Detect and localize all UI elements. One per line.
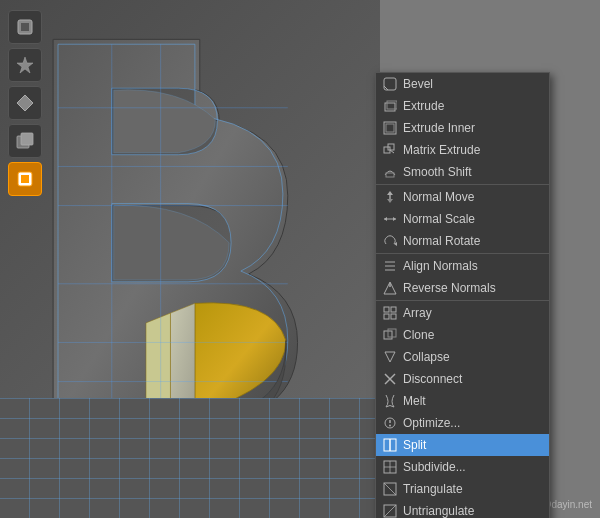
menu-item-split[interactable]: Split bbox=[376, 434, 549, 456]
toolbar-btn-3[interactable] bbox=[8, 86, 42, 120]
menu-item-matrix-extrude[interactable]: Matrix Extrude bbox=[376, 139, 549, 161]
menu-item-normal-scale[interactable]: Normal Scale bbox=[376, 208, 549, 230]
svg-rect-37 bbox=[384, 307, 389, 312]
svg-marker-27 bbox=[387, 195, 393, 203]
menu-label-split: Split bbox=[403, 439, 426, 451]
menu-item-reverse-normals[interactable]: Reverse Normals bbox=[376, 277, 549, 299]
menu-icon-matrix-extrude bbox=[382, 142, 398, 158]
svg-rect-40 bbox=[391, 314, 396, 319]
menu-label-normal-scale: Normal Scale bbox=[403, 213, 475, 225]
svg-marker-43 bbox=[385, 352, 395, 362]
separator-3 bbox=[376, 300, 549, 301]
svg-line-57 bbox=[384, 505, 396, 517]
left-toolbar bbox=[8, 10, 44, 196]
menu-label-clone: Clone bbox=[403, 329, 434, 341]
menu-item-smooth-shift[interactable]: Smooth Shift bbox=[376, 161, 549, 183]
menu-item-bevel[interactable]: Bevel bbox=[376, 73, 549, 95]
menu-item-collapse[interactable]: Collapse bbox=[376, 346, 549, 368]
menu-item-extrude[interactable]: Extrude bbox=[376, 95, 549, 117]
svg-point-48 bbox=[389, 425, 391, 427]
menu-item-optimize[interactable]: Optimize... bbox=[376, 412, 549, 434]
menu-icon-align-normals bbox=[382, 258, 398, 274]
menu-item-extrude-inner[interactable]: Extrude Inner bbox=[376, 117, 549, 139]
menu-label-untriangulate: Untriangulate bbox=[403, 505, 474, 517]
separator-2 bbox=[376, 253, 549, 254]
menu-item-align-normals[interactable]: Align Normals bbox=[376, 255, 549, 277]
menu-label-array: Array bbox=[403, 307, 432, 319]
menu-icon-optimize bbox=[382, 415, 398, 431]
menu-label-align-normals: Align Normals bbox=[403, 260, 478, 272]
menu-item-subdivide[interactable]: Subdivide... bbox=[376, 456, 549, 478]
menu-label-melt: Melt bbox=[403, 395, 426, 407]
svg-rect-39 bbox=[384, 314, 389, 319]
menu-icon-normal-move bbox=[382, 189, 398, 205]
menu-icon-array bbox=[382, 305, 398, 321]
menu-item-untriangulate[interactable]: Untriangulate bbox=[376, 500, 549, 518]
toolbar-btn-5[interactable] bbox=[8, 162, 42, 196]
menu-icon-melt bbox=[382, 393, 398, 409]
menu-label-optimize: Optimize... bbox=[403, 417, 460, 429]
svg-rect-15 bbox=[21, 175, 29, 183]
menu-icon-normal-rotate bbox=[382, 233, 398, 249]
menu-label-normal-move: Normal Move bbox=[403, 191, 474, 203]
menu-label-triangulate: Triangulate bbox=[403, 483, 463, 495]
menu-label-extrude: Extrude bbox=[403, 100, 444, 112]
menu-icon-smooth-shift bbox=[382, 164, 398, 180]
menu-item-normal-rotate[interactable]: Normal Rotate bbox=[376, 230, 549, 252]
menu-label-bevel: Bevel bbox=[403, 78, 433, 90]
svg-line-55 bbox=[384, 483, 396, 495]
svg-rect-38 bbox=[391, 307, 396, 312]
svg-rect-13 bbox=[21, 133, 33, 145]
menu-icon-subdivide bbox=[382, 459, 398, 475]
svg-marker-30 bbox=[393, 217, 396, 221]
menu-label-normal-rotate: Normal Rotate bbox=[403, 235, 480, 247]
toolbar-btn-2[interactable] bbox=[8, 48, 42, 82]
menu-icon-disconnect bbox=[382, 371, 398, 387]
menu-item-disconnect[interactable]: Disconnect bbox=[376, 368, 549, 390]
menu-icon-extrude-inner bbox=[382, 120, 398, 136]
menu-icon-triangulate bbox=[382, 481, 398, 497]
menu-label-subdivide: Subdivide... bbox=[403, 461, 466, 473]
menu-label-smooth-shift: Smooth Shift bbox=[403, 166, 472, 178]
menu-icon-extrude bbox=[382, 98, 398, 114]
svg-marker-10 bbox=[17, 57, 33, 73]
toolbar-btn-1[interactable] bbox=[8, 10, 42, 44]
menu-item-triangulate[interactable]: Triangulate bbox=[376, 478, 549, 500]
menu-label-matrix-extrude: Matrix Extrude bbox=[403, 144, 480, 156]
svg-rect-21 bbox=[386, 124, 394, 132]
menu-icon-normal-scale bbox=[382, 211, 398, 227]
menu-icon-reverse-normals bbox=[382, 280, 398, 296]
separator-1 bbox=[376, 184, 549, 185]
menu-label-reverse-normals: Reverse Normals bbox=[403, 282, 496, 294]
menu-icon-bevel bbox=[382, 76, 398, 92]
menu-icon-clone bbox=[382, 327, 398, 343]
context-menu: Bevel Extrude Extrude Inner Matrix Extru… bbox=[375, 72, 550, 518]
menu-item-array[interactable]: Array bbox=[376, 302, 549, 324]
menu-item-normal-move[interactable]: Normal Move bbox=[376, 186, 549, 208]
menu-icon-split bbox=[382, 437, 398, 453]
menu-label-collapse: Collapse bbox=[403, 351, 450, 363]
menu-icon-untriangulate bbox=[382, 503, 398, 518]
menu-item-clone[interactable]: Clone bbox=[376, 324, 549, 346]
svg-rect-25 bbox=[386, 173, 394, 177]
grid-floor bbox=[0, 398, 380, 518]
menu-label-extrude-inner: Extrude Inner bbox=[403, 122, 475, 134]
toolbar-btn-4[interactable] bbox=[8, 124, 42, 158]
menu-icon-collapse bbox=[382, 349, 398, 365]
svg-rect-9 bbox=[21, 23, 29, 31]
svg-marker-11 bbox=[17, 95, 33, 111]
main-container: Bevel Extrude Extrude Inner Matrix Extru… bbox=[0, 0, 600, 518]
letter-b-3d bbox=[20, 10, 360, 450]
menu-item-melt[interactable]: Melt bbox=[376, 390, 549, 412]
menu-label-disconnect: Disconnect bbox=[403, 373, 462, 385]
svg-marker-29 bbox=[384, 217, 387, 221]
